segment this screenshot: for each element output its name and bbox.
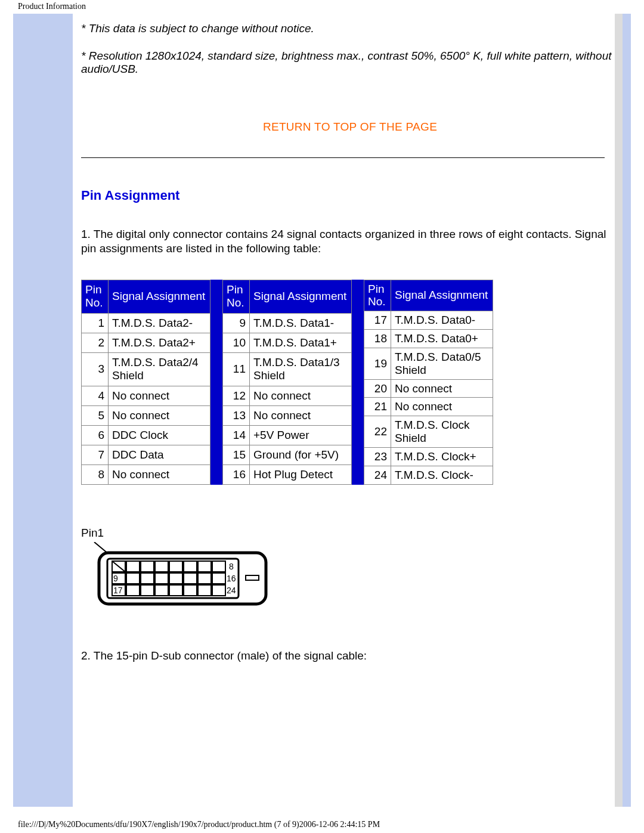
svg-rect-4	[126, 561, 140, 572]
svg-text:17: 17	[113, 586, 123, 595]
svg-rect-24	[184, 585, 197, 596]
th-sig: Signal Assignment	[109, 280, 210, 313]
pin-tables: Pin No.Signal Assignment 1T.M.D.S. Data2…	[81, 280, 619, 485]
svg-rect-5	[141, 561, 154, 572]
svg-text:24: 24	[227, 586, 236, 595]
table-gap	[210, 280, 222, 485]
svg-rect-8	[184, 561, 197, 572]
connector-diagram: Pin1 8	[81, 527, 619, 608]
svg-rect-23	[169, 585, 182, 596]
svg-rect-6	[155, 561, 168, 572]
pin1-label: Pin1	[81, 527, 619, 540]
return-to-top-link[interactable]: RETURN TO TOP OF THE PAGE	[81, 120, 619, 134]
pin-table-2: Pin No.Signal Assignment 9T.M.D.S. Data1…	[222, 280, 352, 485]
table-gap	[352, 280, 364, 485]
svg-rect-25	[198, 585, 211, 596]
th-pin: Pin No.	[82, 280, 109, 313]
svg-rect-16	[184, 573, 197, 584]
dsub-note: 2. The 15-pin D-sub connector (male) of …	[81, 649, 619, 662]
svg-rect-20	[126, 585, 140, 596]
svg-text:8: 8	[229, 562, 234, 571]
svg-rect-17	[198, 573, 211, 584]
svg-text:16: 16	[227, 574, 236, 583]
svg-rect-28	[246, 575, 259, 580]
svg-rect-22	[155, 585, 168, 596]
page-title: Product Information	[0, 0, 644, 11]
data-change-note: * This data is subject to change without…	[81, 22, 619, 35]
scrollbar[interactable]	[615, 14, 623, 807]
content-panel: * This data is subject to change without…	[73, 14, 623, 807]
svg-rect-12	[126, 573, 140, 584]
svg-rect-9	[198, 561, 211, 572]
dvi-connector-icon: 8 9 16 17 24	[81, 542, 272, 608]
svg-rect-10	[212, 561, 225, 572]
svg-rect-13	[141, 573, 154, 584]
svg-rect-14	[155, 573, 168, 584]
resolution-note: * Resolution 1280x1024, standard size, b…	[81, 49, 619, 76]
pin-table-1: Pin No.Signal Assignment 1T.M.D.S. Data2…	[81, 280, 210, 485]
pin-assignment-heading: Pin Assignment	[81, 188, 619, 203]
svg-rect-21	[141, 585, 154, 596]
svg-text:9: 9	[113, 574, 118, 583]
pin-intro-text: 1. The digital only connector contains 2…	[81, 227, 609, 256]
content-frame: * This data is subject to change without…	[13, 14, 631, 807]
svg-rect-18	[212, 573, 225, 584]
svg-rect-26	[212, 585, 225, 596]
svg-rect-7	[169, 561, 182, 572]
divider	[81, 157, 605, 158]
svg-rect-15	[169, 573, 182, 584]
pin-table-3: Pin No.Signal Assignment 17T.M.D.S. Data…	[364, 280, 493, 485]
footer-file-path: file:///D|/My%20Documents/dfu/190X7/engl…	[18, 820, 380, 829]
